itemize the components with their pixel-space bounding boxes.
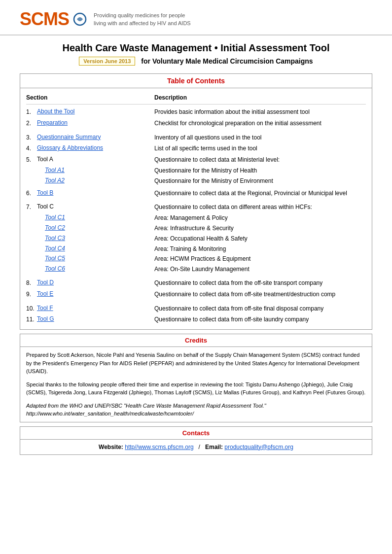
version-row: Version June 2013 for Voluntary Male Med… [20, 57, 372, 66]
toc-desc: Questionnaire to collect data on differe… [154, 203, 366, 211]
table-row: 3. Questionnaire Summary Inventory of al… [26, 132, 366, 143]
tool-g-link[interactable]: Tool G [37, 315, 54, 322]
toc-desc: Questionnaire to collect data from the o… [154, 279, 366, 287]
toc-desc: Questionnaire for the Ministry of Enviro… [154, 177, 366, 185]
table-row: Tool C3 Area: Occupational Health & Safe… [26, 234, 366, 244]
toc-header: Table of Contents [20, 74, 372, 88]
toc-desc: Checklist for chronological preparation … [154, 119, 366, 128]
email-link[interactable]: productquality@pfscm.org [224, 444, 293, 450]
glossary-link[interactable]: Glossary & Abbreviations [37, 144, 103, 151]
toc-desc: Questionnaire to collect data from off-s… [154, 305, 366, 313]
tool-e-link[interactable]: Tool E [37, 290, 53, 297]
col-desc-label: Description [154, 94, 366, 101]
table-row: Tool C1 Area: Management & Policy [26, 213, 366, 223]
preparation-link[interactable]: Preparation [37, 119, 68, 126]
toc-body: Section Description 1. About the Tool Pr… [20, 88, 372, 329]
tool-c2-link[interactable]: Tool C2 [45, 224, 65, 231]
credits-para-1: Prepared by Scott Ackerson, Nicole Pahl … [26, 351, 366, 376]
toc-desc: Area: HCWM Practices & Equipment [154, 255, 366, 263]
credits-para-3: Adapted from the WHO and UNEP/SBC "Healt… [26, 402, 366, 418]
toc-desc: Questionnaire to collect data from off-s… [154, 290, 366, 299]
toc-desc: Questionnaire to collect data at Ministe… [154, 156, 366, 164]
credits-section: Credits Prepared by Scott Ackerson, Nico… [20, 334, 372, 422]
version-badge: Version June 2013 [79, 57, 135, 66]
toc-desc: List of all specific terms used in the t… [154, 144, 366, 153]
table-row: Tool C4 Area: Training & Monitoring [26, 244, 366, 254]
table-row: Tool C5 Area: HCWM Practices & Equipment [26, 254, 366, 264]
scms-logo: SCMS [20, 9, 69, 30]
tool-b-link[interactable]: Tool B [37, 189, 53, 196]
toc-desc: Questionnaire for the Ministry of Health [154, 167, 366, 175]
table-row: 8. Tool D Questionnaire to collect data … [26, 277, 366, 289]
toc-col-headers: Section Description [26, 92, 366, 104]
tool-a1-link[interactable]: Tool A1 [45, 167, 65, 173]
logo-area: SCMS Providing quality medicines for peo… [20, 9, 191, 30]
table-row: 9. Tool E Questionnaire to collect data … [26, 289, 366, 300]
table-row: Tool C2 Area: Infrastructure & Security [26, 223, 366, 234]
tool-f-link[interactable]: Tool F [37, 305, 53, 312]
toc-desc: Area: Occupational Health & Safety [154, 235, 366, 243]
about-tool-link[interactable]: About the Tool [37, 108, 75, 115]
header-tagline: Providing quality medicines for people l… [94, 11, 191, 28]
table-row: 7. Tool C Questionnaire to collect data … [26, 202, 366, 213]
tool-d-link[interactable]: Tool D [37, 279, 54, 286]
credits-header: Credits [20, 334, 372, 347]
toc-desc: Area: Management & Policy [154, 214, 366, 222]
table-row: Tool A2 Questionnaire for the Ministry o… [26, 176, 366, 186]
toc-desc: Inventory of all questions used in the t… [154, 134, 366, 142]
main-title: Health Care Waste Management • Initial A… [20, 42, 372, 54]
tool-c3-link[interactable]: Tool C3 [45, 235, 65, 242]
tool-c1-link[interactable]: Tool C1 [45, 214, 65, 221]
contacts-header: Contacts [20, 427, 372, 440]
subtitle: for Voluntary Male Medical Circumcision … [141, 57, 313, 65]
toc-section: Table of Contents Section Description 1.… [20, 73, 372, 330]
table-row: 2. Preparation Checklist for chronologic… [26, 118, 366, 129]
tool-c4-link[interactable]: Tool C4 [45, 245, 65, 252]
toc-desc: Questionnaire to collect data from off-s… [154, 315, 366, 324]
tool-a-label: Tool A [37, 155, 53, 163]
credits-para-2: Special thanks to the following people o… [26, 381, 366, 397]
toc-desc: Area: Training & Monitoring [154, 245, 366, 253]
toc-desc: Questionnaire to collect data at the Reg… [154, 189, 366, 198]
table-row: Tool C6 Area: On-Site Laundry Management [26, 264, 366, 275]
page-header: SCMS Providing quality medicines for peo… [0, 0, 392, 35]
tool-c-label: Tool C [37, 203, 54, 210]
toc-desc: Provides basic information about the ini… [154, 108, 366, 116]
table-row: 10. Tool F Questionnaire to collect data… [26, 303, 366, 314]
col-section-label: Section [26, 94, 154, 101]
tool-a2-link[interactable]: Tool A2 [45, 177, 65, 184]
tool-c6-link[interactable]: Tool C6 [45, 265, 65, 272]
credits-body: Prepared by Scott Ackerson, Nicole Pahl … [20, 347, 372, 422]
contacts-section: Contacts Website: http//www.scms.pfscm.o… [20, 426, 372, 455]
table-row: 11. Tool G Questionnaire to collect data… [26, 314, 366, 325]
website-label: Website: [99, 444, 123, 450]
questionnaire-summary-link[interactable]: Questionnaire Summary [37, 134, 101, 140]
email-label: Email: [205, 444, 223, 450]
table-row: Tool A1 Questionnaire for the Ministry o… [26, 166, 366, 176]
separator: / [199, 444, 200, 450]
table-row: 1. About the Tool Provides basic informa… [26, 106, 366, 118]
toc-desc: Area: On-Site Laundry Management [154, 265, 366, 274]
title-section: Health Care Waste Management • Initial A… [0, 35, 392, 69]
table-row: 4. Glossary & Abbreviations List of all … [26, 143, 366, 154]
contacts-body: Website: http//www.scms.pfscm.org / Emai… [20, 440, 372, 454]
table-row: 5. Tool A Questionnaire to collect data … [26, 154, 366, 166]
table-row: 6. Tool B Questionnaire to collect data … [26, 188, 366, 199]
scms-icon [73, 12, 87, 26]
toc-desc: Area: Infrastructure & Security [154, 224, 366, 233]
website-link[interactable]: http//www.scms.pfscm.org [125, 444, 193, 450]
tool-c5-link[interactable]: Tool C5 [45, 255, 65, 262]
